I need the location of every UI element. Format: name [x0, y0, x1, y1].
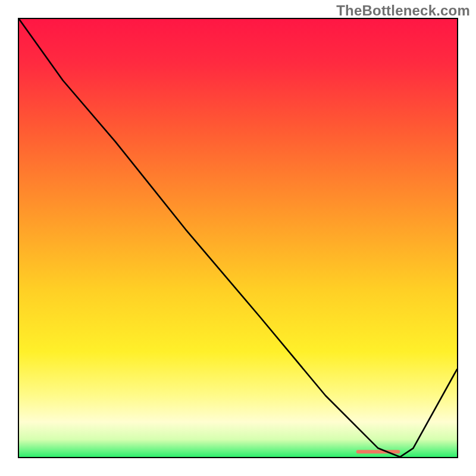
plot-area	[19, 19, 457, 457]
axis-right	[457, 18, 458, 458]
optimal-marker	[356, 450, 400, 453]
gradient-background	[19, 19, 457, 457]
chart-frame: TheBottleneck.com	[0, 0, 476, 476]
watermark: TheBottleneck.com	[336, 2, 470, 19]
svg-rect-0	[356, 450, 400, 453]
axis-left	[18, 18, 19, 458]
axis-bottom	[18, 457, 458, 458]
